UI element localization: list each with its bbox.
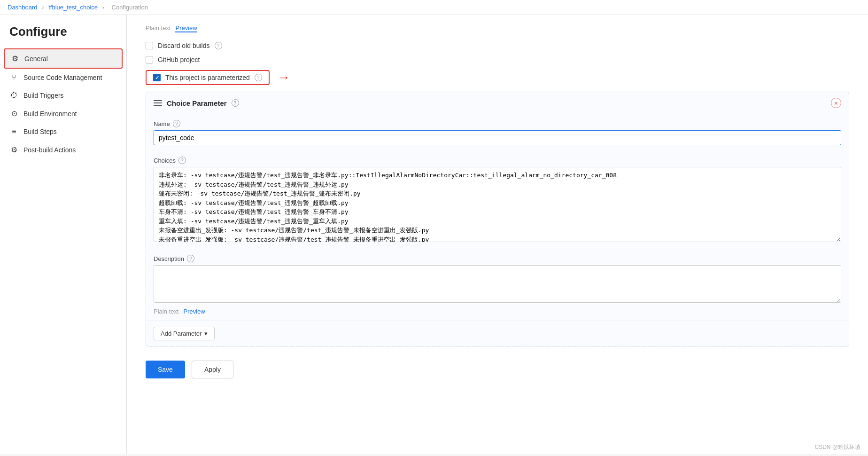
tab-bar: Plain text Preview (146, 24, 849, 32)
env-icon: ⊙ (9, 109, 19, 118)
tab-preview[interactable]: Preview (175, 24, 197, 32)
description-field-group: Description ? Plain text Preview (146, 249, 849, 321)
main-content: Plain text Preview Discard old builds ? … (127, 15, 868, 454)
sidebar-label-post-build: Post-build Actions (23, 146, 76, 154)
name-field-group: Name ? (146, 114, 849, 151)
sidebar-label-build-triggers: Build Triggers (23, 92, 64, 99)
sidebar-label-general: General (24, 55, 48, 63)
choice-parameter-help[interactable]: ? (232, 99, 239, 107)
discard-old-builds-row: Discard old builds ? (146, 42, 849, 49)
clock-icon: ⏱ (9, 91, 19, 100)
breadcrumb-current: Configuration (112, 4, 148, 11)
post-build-icon: ⚙ (9, 145, 19, 154)
description-help-icon[interactable]: ? (187, 255, 194, 262)
sidebar-item-build-triggers[interactable]: ⏱ Build Triggers (0, 86, 126, 104)
description-textarea[interactable] (154, 265, 841, 303)
fork-icon: ⑂ (9, 73, 19, 82)
name-input[interactable] (154, 130, 841, 145)
gear-icon: ⚙ (10, 54, 20, 63)
steps-icon: ≡ (9, 127, 19, 136)
preview-link[interactable]: Preview (183, 308, 205, 315)
add-parameter-chevron-icon: ▾ (204, 330, 208, 337)
drag-handle-icon (154, 100, 162, 106)
github-project-checkbox[interactable] (146, 56, 153, 63)
breadcrumb-job[interactable]: tfblue_test_choice (48, 4, 98, 11)
discard-old-builds-label: Discard old builds (158, 42, 210, 49)
choices-wrapper (154, 167, 841, 244)
choices-field-label: Choices ? (154, 157, 841, 164)
choice-parameter-title: Choice Parameter (167, 99, 227, 107)
add-parameter-button[interactable]: Add Parameter ▾ (154, 327, 215, 340)
parameterized-help[interactable]: ? (255, 74, 262, 81)
sidebar-item-general[interactable]: ⚙ General (4, 48, 123, 69)
sidebar-label-build-steps: Build Steps (23, 128, 57, 135)
choice-header: Choice Parameter ? × (146, 92, 849, 114)
choices-field-group: Choices ? (146, 151, 849, 249)
watermark: CSDN @难以坏填 (814, 443, 860, 451)
sidebar: Configure ⚙ General ⑂ Source Code Manage… (0, 15, 127, 454)
breadcrumb: Dashboard › tfblue_test_choice › Configu… (0, 0, 868, 15)
description-field-label: Description ? (154, 255, 841, 262)
tab-plain-text[interactable]: Plain text (146, 24, 170, 32)
name-help-icon[interactable]: ? (173, 120, 180, 127)
breadcrumb-dashboard[interactable]: Dashboard (8, 4, 38, 11)
sidebar-item-source-code[interactable]: ⑂ Source Code Management (0, 69, 126, 86)
add-parameter-row: Add Parameter ▾ (146, 321, 849, 346)
plain-text-label: Plain text (154, 308, 178, 315)
sidebar-label-build-environment: Build Environment (23, 110, 77, 118)
choices-textarea[interactable] (154, 167, 841, 242)
parameterized-label: This project is parameterized (165, 74, 250, 81)
choice-header-left: Choice Parameter ? (154, 99, 239, 107)
footer-actions: Save Apply (146, 361, 849, 393)
github-project-row: GitHub project (146, 56, 849, 63)
sidebar-item-build-environment[interactable]: ⊙ Build Environment (0, 104, 126, 123)
name-field-label: Name ? (154, 120, 841, 127)
sidebar-label-source-code: Source Code Management (23, 74, 102, 81)
description-plain-preview: Plain text Preview (154, 308, 841, 315)
save-button[interactable]: Save (146, 361, 185, 378)
discard-old-builds-checkbox[interactable] (146, 42, 153, 49)
parameterized-checkbox[interactable] (153, 74, 161, 81)
sidebar-item-post-build[interactable]: ⚙ Post-build Actions (0, 141, 126, 159)
discard-old-builds-help[interactable]: ? (215, 42, 222, 49)
page-title: Configure (0, 24, 126, 48)
arrow-indicator: → (277, 70, 290, 85)
sidebar-item-build-steps[interactable]: ≡ Build Steps (0, 123, 126, 141)
parameterized-row: This project is parameterized ? → (146, 70, 849, 85)
choices-help-icon[interactable]: ? (178, 157, 186, 164)
choice-close-button[interactable]: × (831, 98, 841, 108)
choice-parameter-panel: Choice Parameter ? × Name ? Choices ? (146, 92, 849, 346)
apply-button[interactable]: Apply (192, 361, 233, 378)
add-parameter-label: Add Parameter (161, 330, 202, 337)
github-project-label: GitHub project (158, 56, 200, 63)
